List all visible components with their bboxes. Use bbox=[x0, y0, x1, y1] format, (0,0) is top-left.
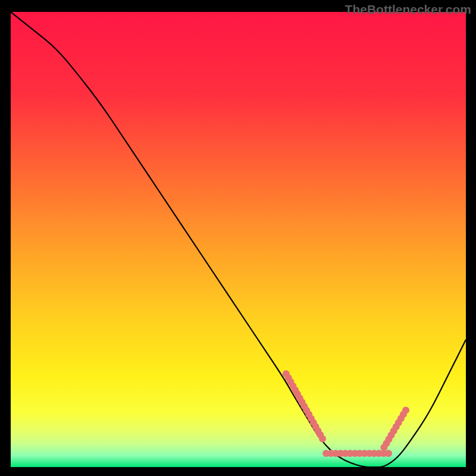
watermark-text: TheBottlenecker.com bbox=[345, 2, 471, 17]
marker-dot bbox=[385, 450, 392, 457]
marker-dot bbox=[319, 436, 326, 443]
chart-canvas bbox=[11, 12, 466, 467]
marker-dot bbox=[402, 406, 409, 414]
gradient-background bbox=[11, 12, 466, 467]
